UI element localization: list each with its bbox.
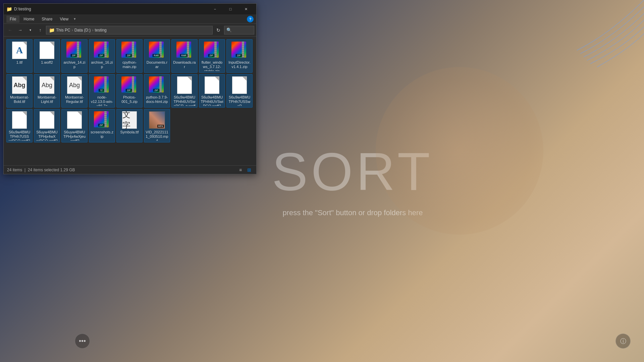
explorer-content: A 1.ttf 1.woff2 ZIP archive_14.zip ZIP a… (4, 37, 256, 165)
file-item[interactable]: S6uyw4BMUTPHjx4wX wiPGQ.woff2 (34, 109, 60, 142)
file-name: S6u9w4BMUTPHh7USSwaP GR_p.woff2 (228, 95, 251, 106)
file-item[interactable]: Abg Montserrat-Regular.ttf (61, 74, 88, 108)
address-bar: ← → ▾ ↑ 📁 This PC › Data (D:) › testing … (4, 24, 256, 37)
explorer-window: 📁 D:\testing − □ ✕ File Home Share View … (3, 3, 257, 174)
file-item[interactable]: ZIP InputDirector.v1.4.1.zip (226, 39, 253, 73)
file-item[interactable]: 文字 Symbola.ttf (116, 109, 143, 142)
file-name: archive_14.zip (63, 60, 86, 69)
file-name: 1.ttf (16, 60, 22, 65)
maximize-button[interactable]: □ (223, 4, 238, 14)
file-icon (66, 111, 83, 129)
ribbon-tab-view[interactable]: View (56, 15, 72, 23)
forward-button[interactable]: → (16, 26, 24, 35)
file-name: InputDirector.v1.4.1.zip (228, 60, 251, 69)
path-data-drive[interactable]: Data (D:) (74, 28, 91, 33)
file-item[interactable]: S6u9w4BMUTPHh6UVSwaPGR_p.woff2 (171, 74, 198, 108)
file-icon: Abg (11, 76, 28, 94)
file-item[interactable]: ZIP screenshots.zip (89, 109, 115, 142)
ribbon-tab-share[interactable]: Share (38, 15, 56, 23)
file-name: S6uyw4BMUTPHjx4wXjeu.woff2 (63, 130, 86, 141)
file-item[interactable]: MP4 VID_20221111_093510.mp4 (144, 109, 170, 142)
file-name: archive_16.zip (91, 60, 113, 69)
file-icon (231, 76, 248, 94)
sort-info-button[interactable]: ⓘ (615, 334, 631, 349)
file-item[interactable]: RAR Downloads.rar (171, 39, 198, 73)
file-icon: Abg (38, 76, 56, 94)
file-name: Photos-001_5.zip (118, 95, 141, 104)
desktop-circle-decoration (376, 67, 543, 235)
file-item[interactable]: S6uyw4BMUTPHjx4wXjeu.woff2 (61, 109, 88, 142)
file-grid: A 1.ttf 1.woff2 ZIP archive_14.zip ZIP a… (4, 37, 256, 165)
file-item[interactable]: ZIP Photos-001_5.zip (116, 74, 143, 108)
file-name: S6uyw4BMUTPHjx4wX wiPGQ.woff2 (36, 130, 58, 141)
file-icon: Abg (66, 76, 83, 94)
search-icon: 🔍 (226, 27, 232, 33)
path-testing[interactable]: testing (95, 28, 106, 33)
help-button[interactable]: ? (247, 16, 254, 22)
file-item[interactable]: ZIP archive_16.zip (89, 39, 115, 73)
file-item[interactable]: RAR Documents.rar (144, 39, 170, 73)
file-item[interactable]: S6u9w4BMUTPHh7USSwaP GR_p.woff2 (226, 74, 253, 108)
file-item[interactable]: ZIP python-3.7.9-docs-html.zip (144, 74, 170, 108)
grid-view-button[interactable]: ⊞ (246, 167, 253, 173)
file-name: Montserrat-Light.ttf (36, 95, 58, 104)
file-icon (203, 76, 221, 94)
ribbon-tab-file[interactable]: File (6, 15, 19, 23)
window-title: D:\testing (14, 7, 31, 11)
items-count: 24 items (7, 168, 22, 172)
file-item[interactable]: Abg Montserrat-Light.ttf (34, 74, 60, 108)
minimize-button[interactable]: − (207, 4, 223, 14)
file-item[interactable]: ZIP flutter_windows_3.7.12-stable.zip (199, 39, 225, 73)
file-icon: ZIP (93, 111, 111, 129)
refresh-button[interactable]: ↻ (214, 26, 223, 35)
file-item[interactable]: ZIP archive_14.zip (61, 39, 88, 73)
recent-locations-button[interactable]: ▾ (26, 26, 35, 35)
status-bar: 24 items | 24 items selected 1.29 GB ≡ ⊞ (4, 165, 256, 174)
file-icon: RAR (148, 42, 166, 59)
file-name: Documents.rar (146, 60, 168, 69)
file-icon (11, 111, 28, 129)
close-button[interactable]: ✕ (238, 4, 254, 14)
file-icon (38, 111, 56, 129)
ribbon-menu: File Home Share View ▾ ? (4, 14, 256, 24)
file-item[interactable]: S6u9w4BMUTPHh7USS wiPGQ.woff2 (6, 109, 33, 142)
path-this-pc[interactable]: This PC (56, 28, 70, 33)
up-button[interactable]: ↑ (36, 26, 45, 35)
file-icon: ZIP (121, 76, 138, 94)
search-box[interactable]: 🔍 (224, 26, 254, 35)
file-name: S6u9w4BMUTPHh7USS wiPGQ.woff2 (8, 130, 31, 141)
list-view-button[interactable]: ≡ (237, 167, 244, 173)
file-icon: ZIP (231, 42, 248, 59)
ribbon-tab-home[interactable]: Home (20, 15, 38, 23)
address-path[interactable]: 📁 This PC › Data (D:) › testing (46, 26, 213, 35)
file-icon: ZIP (66, 42, 83, 59)
ribbon-expand-icon[interactable]: ▾ (72, 17, 77, 21)
file-icon: ZIP (203, 42, 221, 59)
file-icon: RAR (176, 42, 193, 59)
file-icon (176, 76, 193, 94)
sort-more-button[interactable]: ••• (75, 334, 90, 349)
file-item[interactable]: 1.woff2 (34, 39, 60, 73)
search-input[interactable] (233, 28, 252, 33)
file-name: node-v12.13.0-win-x86.7z (91, 95, 113, 106)
file-name: S6u9w4BMUTPHh6UVSwiPGQ.woff2 (201, 95, 223, 106)
file-name: Montserrat-Regular.ttf (63, 95, 86, 104)
file-icon: A (11, 42, 28, 59)
file-name: Downloads.rar (173, 60, 196, 69)
file-icon (38, 42, 56, 59)
file-icon: ZIP (121, 42, 138, 59)
file-name: screenshots.zip (91, 130, 113, 139)
file-name: 1.woff2 (41, 60, 53, 65)
file-item[interactable]: Abg Montserrat-Bold.ttf (6, 74, 33, 108)
file-item[interactable]: A 1.ttf (6, 39, 33, 73)
file-icon: 文字 (121, 111, 138, 129)
file-name: flutter_windows_3.7.12-stable.zip (201, 60, 223, 71)
file-icon: 7Z (93, 76, 111, 94)
file-item[interactable]: S6u9w4BMUTPHh6UVSwiPGQ.woff2 (199, 74, 225, 108)
file-name: Montserrat-Bold.ttf (8, 95, 31, 104)
back-button[interactable]: ← (6, 26, 14, 35)
file-item[interactable]: ZIP cpython-main.zip (116, 39, 143, 73)
file-item[interactable]: 7Z node-v12.13.0-win-x86.7z (89, 74, 115, 108)
file-icon: MP4 (148, 111, 166, 129)
file-name: VID_20221111_093510.mp4 (146, 130, 168, 141)
